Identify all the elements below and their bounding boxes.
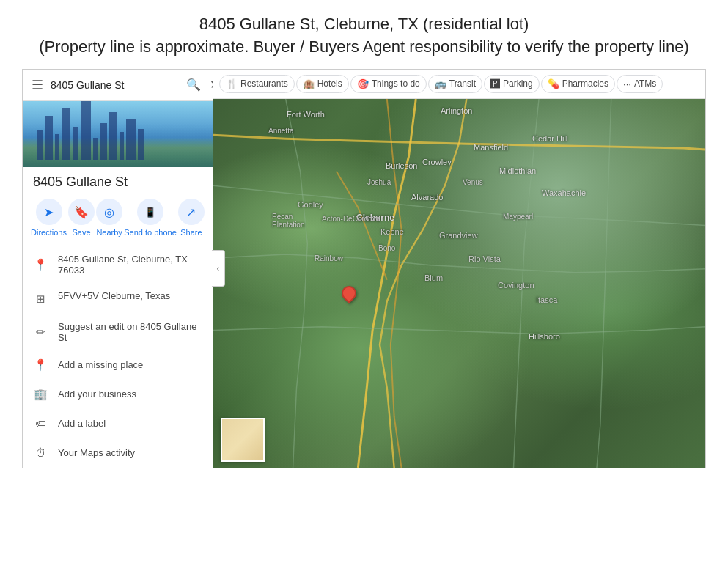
transit-button[interactable]: 🚌 Transit [428,75,482,93]
place-thumbnail [23,101,213,168]
collapse-handle[interactable]: ‹ [212,250,225,287]
suggest-edit-item[interactable]: ✏ Suggest an edit on 8405 Gullane St [23,314,213,350]
add-business-item[interactable]: 🏢 Add your business [23,380,213,409]
sidebar-header: ☰ 🔍 ✕ [23,70,213,101]
send-to-phone-button[interactable]: 📱 Send to phone [124,199,177,238]
plus-code-item: ⊞ 5FVV+5V Cleburne, Texas [23,283,213,314]
menu-icon[interactable]: ☰ [32,77,43,93]
pharmacies-button[interactable]: 💊 Pharmacies [541,75,615,93]
maps-container: ☰ 🔍 ✕ 8 [22,69,706,468]
maps-activity-item[interactable]: ⏱ Your Maps activity [23,438,213,468]
add-missing-place-item[interactable]: 📍 Add a missing place [23,350,213,380]
action-buttons-row: ➤ Directions 🔖 Save ◎ Nearby 📱 Send to p… [23,194,213,246]
map-area[interactable]: 🍴 Restaurants 🏨 Hotels 🎯 Things to do 🚌 … [213,70,705,468]
nearby-button[interactable]: ◎ Nearby [96,199,122,238]
atms-button[interactable]: ··· ATMs [617,75,663,93]
maps-sidebar: ☰ 🔍 ✕ 8 [23,70,213,468]
address-item: 📍 8405 Gullane St, Cleburne, TX 76033 [23,246,213,283]
add-label-item[interactable]: 🏷 Add a label [23,409,213,438]
search-icon[interactable]: 🔍 [186,78,201,92]
parking-button[interactable]: 🅿 Parking [484,75,540,93]
page-title: 8405 Gullane St, Cleburne, TX (residenti… [0,0,728,69]
search-input[interactable] [51,79,179,91]
share-button[interactable]: ↗ Share [178,199,205,238]
things-to-do-button[interactable]: 🎯 Things to do [350,75,427,93]
directions-button[interactable]: ➤ Directions [31,199,67,238]
map-pin [342,286,359,303]
maps-topbar: 🍴 Restaurants 🏨 Hotels 🎯 Things to do 🚌 … [213,70,705,99]
hotels-button[interactable]: 🏨 Hotels [296,75,349,93]
street-map-thumbnail[interactable] [221,418,265,462]
save-button[interactable]: 🔖 Save [68,199,95,238]
restaurants-button[interactable]: 🍴 Restaurants [219,75,295,93]
place-name: 8405 Gullane St [23,167,213,194]
